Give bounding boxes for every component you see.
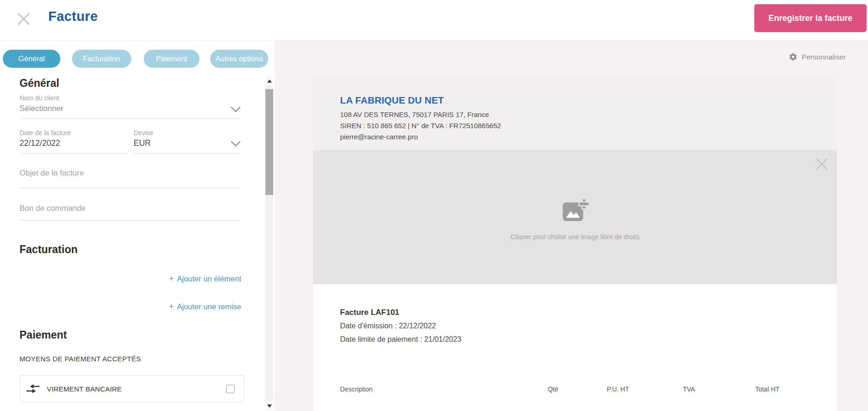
payment-methods-label: MOYENS DE PAIEMENT ACCEPTÉS bbox=[19, 355, 141, 363]
save-invoice-button[interactable]: Enregistrer la facture bbox=[754, 4, 867, 32]
company-name: LA FABRIQUE DU NET bbox=[340, 95, 837, 106]
date-label: Date de la facture bbox=[19, 129, 71, 137]
form-panel: Général Facturation Paiement Autres opti… bbox=[0, 40, 275, 411]
invoice-due-date: Date limite de paiement : 21/01/2023 bbox=[340, 333, 462, 346]
tab-facturation[interactable]: Facturation bbox=[72, 50, 131, 68]
gear-icon bbox=[789, 52, 797, 61]
tab-paiement[interactable]: Paiement bbox=[144, 50, 199, 68]
add-discount-label: Ajouter une remise bbox=[177, 302, 242, 311]
col-unit-price: P.U. HT bbox=[607, 385, 629, 393]
header-image-picker[interactable]: Cliquer pour choisir une image libre de … bbox=[313, 150, 837, 284]
client-label: Nom du client bbox=[19, 94, 59, 102]
image-picker-center[interactable]: Cliquer pour choisir une image libre de … bbox=[313, 198, 837, 241]
plus-icon: + bbox=[169, 302, 174, 311]
scrollbar-thumb[interactable] bbox=[265, 89, 273, 195]
page-title: Facture bbox=[48, 9, 98, 24]
scroll-up-button[interactable] bbox=[265, 76, 273, 86]
triangle-down-icon bbox=[267, 404, 272, 408]
col-qty: Qté bbox=[548, 385, 559, 393]
invoice-number: Facture LAF101 bbox=[340, 306, 462, 319]
field-underline bbox=[134, 153, 241, 154]
chevron-down-icon[interactable] bbox=[231, 106, 241, 113]
add-item-label: Ajouter un élément bbox=[177, 274, 241, 283]
field-underline bbox=[19, 118, 241, 119]
invoice-issue-date: Date d'émission : 22/12/2022 bbox=[340, 319, 462, 333]
invoice-meta: Facture LAF101 Date d'émission : 22/12/2… bbox=[340, 306, 462, 346]
field-underline bbox=[19, 188, 241, 188]
plus-icon: + bbox=[169, 274, 174, 283]
chevron-down-icon[interactable] bbox=[231, 141, 241, 147]
bank-transfer-icon bbox=[26, 383, 40, 395]
currency-select[interactable]: EUR bbox=[134, 138, 151, 148]
invoice-document: LA FABRIQUE DU NET 108 AV DES TERNES, 75… bbox=[313, 77, 837, 411]
payment-method-checkbox[interactable] bbox=[226, 385, 235, 393]
tab-general[interactable]: Général bbox=[3, 50, 60, 68]
company-email: pierre@racine-carree.pro bbox=[340, 131, 837, 143]
invoice-body: Facture LAF101 Date d'émission : 22/12/2… bbox=[313, 284, 837, 411]
payment-method-virement[interactable]: VIREMENT BANCAIRE bbox=[19, 375, 244, 402]
field-underline bbox=[19, 220, 241, 221]
currency-label: Devise bbox=[134, 129, 154, 137]
col-total: Total HT bbox=[755, 385, 779, 393]
preview-panel: Personnaliser LA FABRIQUE DU NET 108 AV … bbox=[275, 40, 868, 411]
personalize-button[interactable]: Personnaliser bbox=[789, 52, 846, 61]
form-scrollbar[interactable] bbox=[265, 76, 273, 411]
company-ids: SIREN : 510 865 652 | N° de TVA : FR7251… bbox=[340, 120, 837, 131]
add-item-link[interactable]: +Ajouter un élément bbox=[169, 274, 241, 284]
top-header: Facture Enregistrer la facture bbox=[0, 0, 868, 40]
invoice-editor: Facture Enregistrer la facture Général F… bbox=[0, 0, 868, 411]
field-underline bbox=[19, 153, 127, 154]
add-discount-link[interactable]: +Ajouter une remise bbox=[169, 302, 241, 312]
purchase-order-input[interactable] bbox=[19, 204, 233, 213]
items-table-header: Description Qté P.U. HT TVA Total HT bbox=[313, 385, 837, 395]
subject-input[interactable] bbox=[19, 169, 233, 178]
triangle-up-icon bbox=[267, 79, 272, 83]
section-heading-general: Général bbox=[19, 77, 59, 90]
company-address: 108 AV DES TERNES, 75017 PARIS 17, Franc… bbox=[340, 109, 837, 120]
tab-autres-options[interactable]: Autres options bbox=[210, 50, 268, 68]
image-picker-caption: Cliquer pour choisir une image libre de … bbox=[511, 233, 640, 241]
invoice-form: Général Nom du client Sélectionner Date … bbox=[19, 76, 241, 411]
date-field[interactable]: 22/12/2022 bbox=[19, 138, 60, 148]
invoice-company-header: LA FABRIQUE DU NET 108 AV DES TERNES, 75… bbox=[313, 77, 837, 150]
client-select[interactable]: Sélectionner bbox=[19, 104, 64, 113]
close-icon[interactable] bbox=[17, 12, 31, 26]
payment-method-label: VIREMENT BANCAIRE bbox=[47, 385, 122, 393]
image-add-icon bbox=[561, 198, 590, 222]
personalize-label: Personnaliser bbox=[802, 53, 846, 61]
col-description: Description bbox=[340, 385, 373, 393]
remove-image-icon[interactable] bbox=[814, 157, 829, 172]
scroll-down-button[interactable] bbox=[265, 401, 273, 411]
section-heading-facturation: Facturation bbox=[19, 243, 77, 256]
col-vat: TVA bbox=[683, 385, 695, 393]
section-heading-paiement: Paiement bbox=[19, 329, 67, 341]
